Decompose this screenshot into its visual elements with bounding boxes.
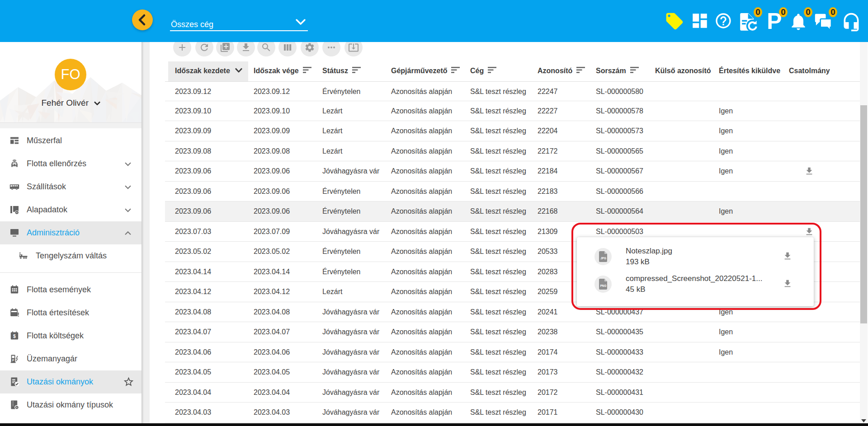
svg-text:$: $ xyxy=(13,333,16,339)
svg-text:F: F xyxy=(12,358,14,362)
